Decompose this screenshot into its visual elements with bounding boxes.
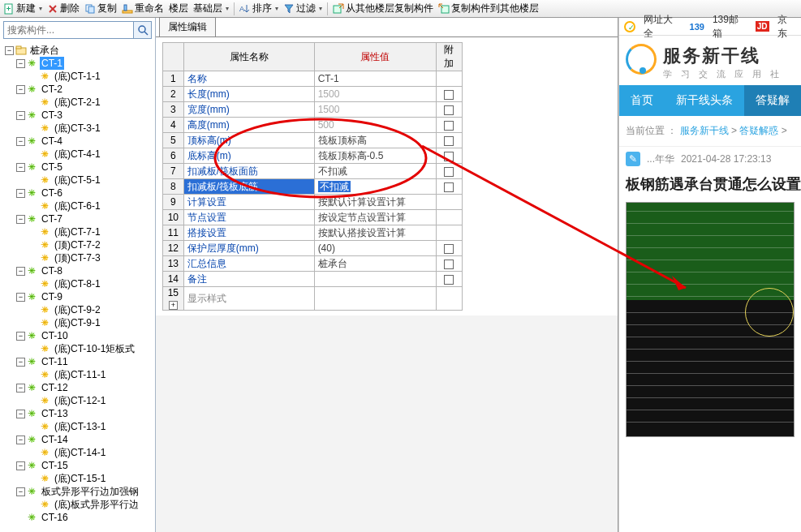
collapse-icon[interactable]: − bbox=[16, 435, 25, 444]
collapse-icon[interactable]: − bbox=[16, 410, 25, 418]
rename-button[interactable]: 重命名 bbox=[122, 2, 164, 15]
expand-icon[interactable]: + bbox=[169, 301, 178, 310]
collapse-icon[interactable]: − bbox=[16, 487, 25, 496]
new-button[interactable]: 新建 ▾ bbox=[3, 2, 42, 15]
tree-node[interactable]: (底)CT-14-1 bbox=[2, 446, 155, 459]
tree-node[interactable]: (底)CT-6-1 bbox=[2, 200, 155, 212]
filter-button[interactable]: 过滤 ▾ bbox=[283, 2, 322, 15]
tree-node[interactable]: −CT-12 bbox=[2, 381, 155, 394]
collapse-icon[interactable]: − bbox=[16, 215, 25, 224]
property-value[interactable] bbox=[314, 287, 436, 311]
property-row[interactable]: 10节点设置按设定节点设置计算 bbox=[163, 210, 463, 225]
checkbox[interactable] bbox=[444, 182, 454, 192]
tree-node[interactable]: (底)CT-8-1 bbox=[2, 277, 155, 290]
tree-node[interactable]: −CT-5 bbox=[2, 161, 155, 174]
checkbox[interactable] bbox=[444, 275, 454, 285]
collapse-icon[interactable]: − bbox=[16, 111, 25, 120]
property-value[interactable]: 不扣减 bbox=[314, 164, 436, 179]
tree-node[interactable]: −CT-13 bbox=[2, 407, 155, 420]
floor-dropdown[interactable]: 楼层 bbox=[169, 2, 188, 15]
property-row[interactable]: 4高度(mm)500 bbox=[163, 118, 463, 133]
tree-node[interactable]: (底)CT-9-2 bbox=[2, 303, 155, 316]
tree-node[interactable]: (顶)CT-7-2 bbox=[2, 238, 155, 251]
tree-node[interactable]: −CT-9 bbox=[2, 290, 155, 303]
checkbox[interactable] bbox=[444, 260, 454, 269]
collapse-icon[interactable]: − bbox=[16, 384, 25, 393]
property-value[interactable]: CT-1 bbox=[314, 71, 436, 87]
delete-button[interactable]: 删除 bbox=[47, 2, 80, 15]
property-value[interactable]: 500 bbox=[314, 118, 436, 133]
property-value[interactable] bbox=[314, 272, 436, 287]
property-row[interactable]: 14备注 bbox=[163, 272, 463, 287]
collapse-icon[interactable]: − bbox=[16, 293, 25, 302]
tree-node[interactable]: (底)CT-3-1 bbox=[2, 122, 155, 135]
tree-node[interactable]: (底)CT-9-1 bbox=[2, 316, 155, 329]
tree-node[interactable]: −CT-11 bbox=[2, 355, 155, 368]
tree-node[interactable]: (底)CT-10-1矩板式 bbox=[2, 342, 155, 355]
tree-node[interactable]: −CT-7 bbox=[2, 212, 155, 225]
property-value[interactable]: 桩承台 bbox=[314, 256, 436, 272]
tree-node[interactable]: −CT-4 bbox=[2, 135, 155, 148]
tree-node[interactable]: −CT-1 bbox=[2, 57, 155, 70]
property-row[interactable]: 11搭接设置按默认搭接设置计算 bbox=[163, 225, 463, 241]
property-row[interactable]: 3宽度(mm)1500 bbox=[163, 102, 463, 118]
tab-property-edit[interactable]: 属性编辑 bbox=[159, 17, 216, 36]
tree-node[interactable]: (顶)CT-7-3 bbox=[2, 251, 155, 264]
nav-qna[interactable]: 答疑解 bbox=[744, 85, 801, 116]
checkbox[interactable] bbox=[444, 152, 454, 161]
property-value[interactable]: 不扣减 bbox=[314, 179, 436, 195]
baselayer-dropdown[interactable]: 基础层 ▾ bbox=[193, 2, 229, 15]
tree-root-node[interactable]: − 桩承台 bbox=[2, 44, 155, 57]
collapse-icon[interactable]: − bbox=[16, 461, 25, 470]
copy-button[interactable]: 复制 bbox=[84, 2, 117, 15]
property-row[interactable]: 15+显示样式 bbox=[163, 287, 463, 311]
crumb-link-2[interactable]: 答疑解惑 bbox=[739, 125, 778, 136]
collapse-icon[interactable]: − bbox=[16, 163, 25, 172]
property-value[interactable]: 1500 bbox=[314, 102, 436, 118]
collapse-icon[interactable]: − bbox=[16, 137, 25, 146]
property-value[interactable]: 筏板顶标高-0.5 bbox=[314, 148, 436, 164]
copy-from-other-button[interactable]: 从其他楼层复制构件 bbox=[333, 2, 433, 15]
post-author[interactable]: ...年华 bbox=[647, 152, 674, 166]
search-input[interactable] bbox=[4, 22, 133, 38]
collapse-icon[interactable]: − bbox=[16, 85, 25, 94]
collapse-icon[interactable]: − bbox=[16, 59, 25, 68]
sort-button[interactable]: A 排序 ▾ bbox=[239, 2, 278, 15]
copy-to-other-button[interactable]: 复制构件到其他楼层 bbox=[438, 2, 539, 15]
collapse-icon[interactable]: − bbox=[16, 267, 25, 276]
tree-node[interactable]: −CT-14 bbox=[2, 433, 155, 446]
tree-node[interactable]: (底)CT-12-1 bbox=[2, 394, 155, 407]
tree-node[interactable]: (底)CT-13-1 bbox=[2, 420, 155, 433]
search-button[interactable] bbox=[133, 22, 151, 38]
property-value[interactable]: (40) bbox=[314, 241, 436, 256]
tree-node[interactable]: (底)CT-4-1 bbox=[2, 148, 155, 161]
nav-headlines[interactable]: 新干线头条 bbox=[665, 85, 744, 116]
tree-node[interactable]: −CT-3 bbox=[2, 109, 155, 122]
property-row[interactable]: 2长度(mm)1500 bbox=[163, 87, 463, 102]
property-row[interactable]: 12保护层厚度(mm)(40) bbox=[163, 241, 463, 256]
tree-node[interactable]: (底)CT-2-1 bbox=[2, 96, 155, 109]
tree-node[interactable]: (底)CT-5-1 bbox=[2, 174, 155, 187]
checkbox[interactable] bbox=[444, 90, 454, 100]
tree-node[interactable]: (底)CT-11-1 bbox=[2, 368, 155, 381]
checkbox[interactable] bbox=[444, 121, 454, 131]
property-row[interactable]: 1名称CT-1 bbox=[163, 71, 463, 87]
collapse-icon[interactable]: − bbox=[5, 46, 14, 55]
collapse-icon[interactable]: − bbox=[16, 332, 25, 341]
nav-home[interactable]: 首页 bbox=[619, 85, 665, 116]
tree-node[interactable]: (底)CT-7-1 bbox=[2, 225, 155, 238]
property-value[interactable]: 1500 bbox=[314, 87, 436, 102]
tree-node[interactable]: (底)CT-15-1 bbox=[2, 472, 155, 485]
tree-node[interactable]: −CT-10 bbox=[2, 329, 155, 342]
property-value[interactable]: 按设定节点设置计算 bbox=[314, 210, 436, 225]
property-row[interactable]: 5顶标高(m)筏板顶标高 bbox=[163, 133, 463, 148]
checkbox[interactable] bbox=[444, 244, 454, 254]
component-tree[interactable]: − 桩承台 −CT-1(底)CT-1-1−CT-2(底)CT-2-1−CT-3(… bbox=[0, 42, 155, 532]
property-value[interactable]: 筏板顶标高 bbox=[314, 133, 436, 148]
tree-node[interactable]: CT-16 bbox=[2, 511, 155, 524]
tree-node[interactable]: −板式异形平行边加强钢 bbox=[2, 485, 155, 498]
tree-node[interactable]: −CT-6 bbox=[2, 187, 155, 200]
tree-node[interactable]: −CT-2 bbox=[2, 83, 155, 96]
tree-node[interactable]: (底)板式异形平行边 bbox=[2, 498, 155, 511]
property-row[interactable]: 8扣减板/筏板底筋不扣减 bbox=[163, 179, 463, 195]
